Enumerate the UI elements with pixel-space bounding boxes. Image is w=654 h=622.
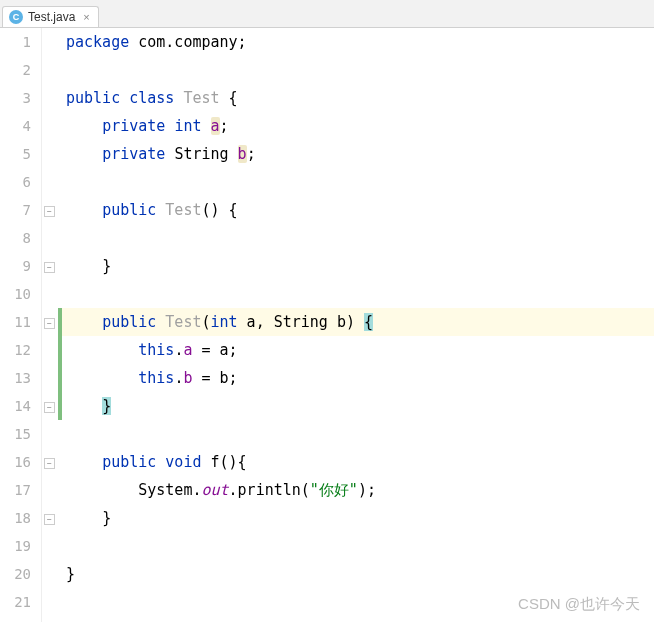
tab-test-java[interactable]: C Test.java × [2,6,99,27]
close-icon[interactable]: × [83,11,89,23]
code-line[interactable] [58,168,654,196]
line-number[interactable]: 8 [0,224,31,252]
code-line-current[interactable]: public Test(int a, String b) { [58,308,654,336]
line-number[interactable]: 5 [0,140,31,168]
code-line[interactable]: } [58,252,654,280]
code-line[interactable] [58,420,654,448]
line-number[interactable]: 16 [0,448,31,476]
fold-marker-icon[interactable]: − [44,318,55,329]
line-number[interactable]: 4 [0,112,31,140]
code-line[interactable]: public Test() { [58,196,654,224]
fold-marker-icon[interactable]: − [44,458,55,469]
java-class-icon: C [9,10,23,24]
line-number[interactable]: 15 [0,420,31,448]
line-number[interactable]: 14 [0,392,31,420]
line-number[interactable]: 20 [0,560,31,588]
line-number[interactable]: 21 [0,588,31,616]
fold-marker-icon[interactable]: − [44,206,55,217]
line-number[interactable]: 1 [0,28,31,56]
line-number[interactable]: 19 [0,532,31,560]
code-line[interactable]: } [58,392,654,420]
editor-area: 1 2 3 4 5 6 7 8 9 10 11 12 13 14 15 16 1… [0,28,654,622]
line-number[interactable]: 9 [0,252,31,280]
line-number-gutter: 1 2 3 4 5 6 7 8 9 10 11 12 13 14 15 16 1… [0,28,42,622]
line-number[interactable]: 11 [0,308,31,336]
code-line[interactable]: private String b; [58,140,654,168]
fold-marker-icon[interactable]: − [44,514,55,525]
code-line[interactable]: this.a = a; [58,336,654,364]
code-line[interactable]: System.out.println("你好"); [58,476,654,504]
fold-gutter: − − − − − − [42,28,58,622]
line-number[interactable]: 13 [0,364,31,392]
line-number[interactable]: 17 [0,476,31,504]
fold-marker-icon[interactable]: − [44,402,55,413]
line-number[interactable]: 10 [0,280,31,308]
change-marker [58,308,62,420]
code-line[interactable] [58,280,654,308]
fold-marker-icon[interactable]: − [44,262,55,273]
code-line[interactable]: public class Test { [58,84,654,112]
tab-filename: Test.java [28,10,75,24]
code-line[interactable]: this.b = b; [58,364,654,392]
code-line[interactable]: public void f(){ [58,448,654,476]
code-line[interactable]: package com.company; [58,28,654,56]
code-line[interactable] [58,224,654,252]
code-line[interactable]: private int a; [58,112,654,140]
line-number[interactable]: 12 [0,336,31,364]
line-number[interactable]: 6 [0,168,31,196]
code-area[interactable]: package com.company; public class Test {… [58,28,654,622]
code-line[interactable]: } [58,560,654,588]
code-line[interactable] [58,588,654,616]
line-number[interactable]: 3 [0,84,31,112]
line-number[interactable]: 7 [0,196,31,224]
line-number[interactable]: 2 [0,56,31,84]
code-line[interactable]: } [58,504,654,532]
code-line[interactable] [58,532,654,560]
line-number[interactable]: 18 [0,504,31,532]
code-line[interactable] [58,56,654,84]
tab-bar: C Test.java × [0,0,654,28]
